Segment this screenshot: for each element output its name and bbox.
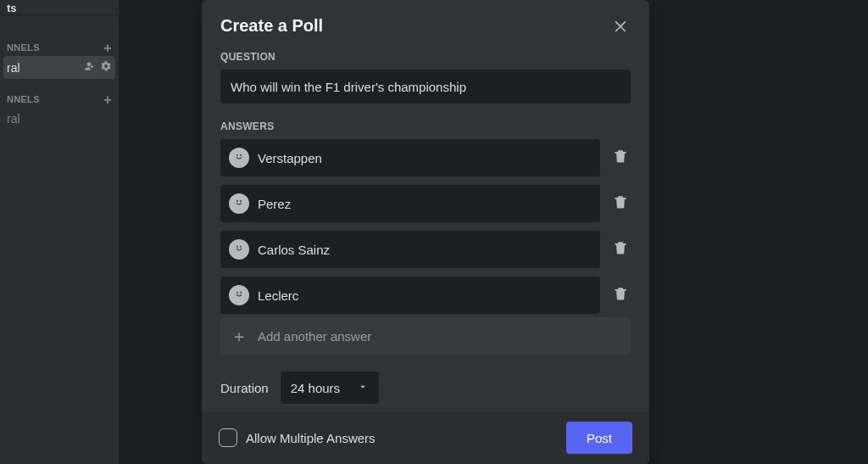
channel-name: ral	[7, 61, 20, 75]
answer-input[interactable]	[258, 288, 592, 303]
answer-pill	[220, 185, 600, 222]
svg-point-7	[240, 292, 242, 293]
duration-label: Duration	[220, 381, 269, 395]
trash-icon	[612, 239, 629, 260]
svg-point-2	[236, 200, 238, 202]
duration-select[interactable]: 24 hours	[281, 372, 379, 404]
answer-row	[220, 277, 631, 314]
question-input[interactable]	[220, 70, 631, 103]
chevron-down-icon	[357, 381, 369, 395]
delete-answer-button[interactable]	[610, 148, 631, 168]
smiley-icon	[233, 242, 245, 257]
channel-name: ral	[7, 112, 20, 126]
delete-answer-button[interactable]	[610, 285, 631, 305]
svg-point-1	[240, 154, 242, 156]
server-name-fragment: ts	[7, 2, 17, 14]
answer-input[interactable]	[258, 151, 592, 165]
add-answer-button[interactable]: ＋ Add another answer	[220, 317, 631, 355]
plus-icon[interactable]: +	[103, 95, 112, 104]
answers-label: ANSWERS	[220, 120, 631, 132]
create-poll-modal: Create a Poll QUESTION ANSWERS ＋ Add ano…	[202, 0, 649, 464]
answer-row	[220, 139, 631, 176]
close-icon	[612, 17, 629, 34]
trash-icon	[612, 148, 629, 168]
delete-answer-button[interactable]	[610, 193, 631, 214]
server-header[interactable]: ts	[0, 0, 119, 15]
checkbox-icon	[219, 428, 237, 447]
smiley-icon	[233, 288, 245, 303]
answer-input[interactable]	[258, 197, 592, 211]
close-button[interactable]	[610, 15, 631, 36]
smiley-icon	[233, 196, 245, 211]
svg-point-4	[236, 246, 238, 248]
answer-pill	[220, 139, 600, 176]
delete-answer-button[interactable]	[610, 239, 631, 260]
modal-title: Create a Poll	[220, 16, 323, 36]
add-answer-label: Add another answer	[258, 329, 371, 344]
smiley-icon	[233, 150, 245, 165]
trash-icon	[612, 285, 629, 305]
answer-input[interactable]	[258, 243, 592, 257]
duration-value: 24 hours	[291, 381, 340, 395]
svg-point-6	[236, 292, 238, 293]
emoji-picker-button[interactable]	[229, 148, 249, 168]
sidebar-channel-general-voice[interactable]: ral	[0, 108, 119, 130]
allow-multiple-toggle[interactable]: Allow Multiple Answers	[219, 428, 376, 447]
plus-icon: ＋	[231, 327, 248, 344]
sidebar-channel-general-active[interactable]: ral	[3, 56, 115, 79]
channel-sidebar: ts NNELS + ral NNELS + ral	[0, 0, 119, 464]
svg-point-3	[240, 200, 242, 202]
gear-icon[interactable]	[100, 60, 112, 75]
svg-point-5	[240, 246, 242, 248]
post-button[interactable]: Post	[566, 422, 632, 454]
plus-icon[interactable]: +	[103, 43, 112, 53]
answer-row	[220, 231, 631, 268]
sidebar-section-voice-channels[interactable]: NNELS +	[0, 89, 119, 108]
answer-pill	[220, 277, 600, 314]
allow-multiple-label: Allow Multiple Answers	[246, 431, 376, 445]
svg-point-0	[236, 154, 238, 156]
sidebar-section-text-channels[interactable]: NNELS +	[0, 37, 119, 56]
emoji-picker-button[interactable]	[229, 239, 249, 260]
answer-pill	[220, 231, 600, 268]
section-label-text: NNELS	[7, 94, 40, 104]
invite-icon[interactable]	[83, 60, 95, 75]
trash-icon	[612, 193, 629, 214]
question-label: QUESTION	[220, 51, 631, 63]
answer-row	[220, 185, 631, 222]
emoji-picker-button[interactable]	[229, 193, 249, 214]
section-label-text: NNELS	[7, 42, 40, 53]
emoji-picker-button[interactable]	[229, 285, 249, 305]
